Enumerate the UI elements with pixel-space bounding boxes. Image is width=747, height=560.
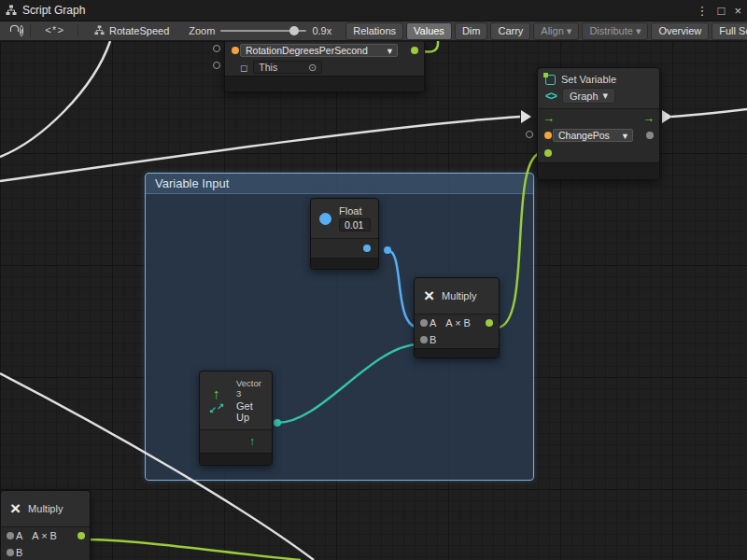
node-multiply-2[interactable]: × Multiply A A × B B [0,490,91,560]
relations-button[interactable]: Relations [345,22,403,40]
object-field[interactable]: This ⊙ [253,61,322,74]
unconnected-port[interactable] [213,62,220,69]
zoom-label: Zoom [189,25,215,36]
flow-wire-out-of-set-variable [671,109,747,117]
multiply-icon: × [424,288,434,303]
script-graph-icon [6,5,17,16]
chevron-down-icon: ▾ [623,130,627,141]
node-footer [311,258,378,269]
variable-name-value: ChangePos [558,130,610,141]
value-input-port[interactable] [544,149,552,157]
node-get-variable[interactable]: RotationDegreesPerSecond ▾ ◻ This ⊙ [224,41,425,92]
graph-name-label: RotateSpeed [109,25,169,36]
unconnected-port[interactable] [213,45,220,52]
port-label-b: B [16,547,22,558]
close-icon[interactable]: × [734,5,741,17]
node-get-up[interactable]: ↑ ↗ ↙ Vector 3 Get Up ↑ [199,371,273,466]
scope-value: Graph [570,91,599,102]
output-port-axb[interactable] [78,532,85,539]
port-label-b: B [430,334,436,345]
node-header[interactable]: ↑ ↗ ↙ Vector 3 Get Up [200,371,272,429]
node-title: Float [339,205,371,217]
node-title: Multiply [442,290,476,301]
flow-output-triangle[interactable] [662,110,672,123]
toolbar-separator [78,24,78,37]
port-label-axb: A × B [32,530,57,541]
graph-name-breadcrumb[interactable]: RotateSpeed [94,25,169,37]
set-variable-icon [545,75,556,85]
node-multiply[interactable]: × Multiply A A × B B [414,277,500,358]
node-footer [225,76,424,91]
group-title: Variable Input [155,176,229,190]
input-port-a[interactable] [420,319,428,327]
full-screen-button[interactable]: Full Screen [712,22,747,40]
chevron-down-icon: ▾ [388,45,392,56]
node-footer [200,453,272,465]
variables-icon: <> [545,90,557,103]
window-title: Script Graph [22,4,85,17]
flow-wire-into-set-variable [0,117,520,181]
overview-button[interactable]: Overview [651,22,709,40]
variable-scope-dropdown[interactable]: Graph ▾ [562,88,615,104]
carry-button[interactable]: Carry [490,22,530,40]
gameobject-cube-icon: ◻ [240,63,247,73]
flow-wire-top-left [0,41,110,157]
variable-name-dropdown[interactable]: RotationDegreesPerSecond ▾ [240,44,398,57]
input-port-b[interactable] [7,549,14,556]
multiply-icon: × [10,501,21,516]
node-footer [538,162,659,179]
node-header[interactable]: Float 0.01 [311,199,378,238]
node-header[interactable]: × Multiply [415,278,499,314]
value-output-port[interactable] [646,132,654,139]
value-wire-bottom-multiply-out [83,539,301,560]
variable-name-port[interactable] [544,132,552,139]
variable-name-port[interactable] [232,47,239,54]
unity-script-graph-window: Script Graph ⋮ □ × i <*> RotateSpeed Zoo… [0,0,747,560]
node-title: Multiply [28,503,63,514]
values-button[interactable]: Values [406,22,452,40]
node-footer [415,348,499,357]
zoom-value: 0.9x [312,25,331,36]
flow-in-arrow-icon[interactable]: → [543,112,555,124]
graph-icon [94,25,105,37]
port-label-a: A [16,530,22,541]
port-label-axb: A × B [445,317,471,329]
node-set-variable[interactable]: Set Variable <> Graph ▾ → → [537,67,660,180]
maximize-icon[interactable]: □ [718,5,726,17]
graph-canvas[interactable]: Variable Input Rotat [0,41,747,560]
dim-button[interactable]: Dim [455,22,488,40]
float-value-field[interactable]: 0.01 [339,218,371,231]
window-menu-icon[interactable]: ⋮ [697,5,709,17]
object-value: This [259,62,277,73]
info-icon[interactable]: i [20,25,23,36]
output-port-axb[interactable] [486,319,493,327]
align-button[interactable]: Align ▾ [533,22,579,40]
value-output-port[interactable] [411,47,418,54]
zoom-slider[interactable] [220,23,306,38]
vector3-up-icon: ↑ ↗ ↙ [208,388,229,413]
chevron-down-icon: ▾ [603,90,609,102]
port-label-a: A [430,317,436,329]
node-title: Get Up [236,400,263,423]
node-header[interactable]: × Multiply [1,491,90,526]
node-header[interactable]: Set Variable <> Graph ▾ [538,68,659,108]
flow-out-arrow-icon[interactable]: → [642,112,655,124]
zoom-slider-handle[interactable] [289,26,299,35]
group-header[interactable]: Variable Input [146,174,533,194]
variable-name-dropdown[interactable]: ChangePos ▾ [553,129,633,142]
flow-input-triangle[interactable] [521,110,531,123]
graph-toolbar: i <*> RotateSpeed Zoom 0.9x Relations Va… [0,21,747,41]
node-float[interactable]: Float 0.01 [310,198,379,270]
vector-output-icon[interactable]: ↑ [249,435,255,448]
unconnected-port[interactable] [526,131,533,138]
input-port-a[interactable] [7,532,14,539]
node-title: Set Variable [561,74,616,85]
connection-values-icon[interactable]: <*> [37,25,71,36]
object-picker-icon[interactable]: ⊙ [308,62,317,74]
input-port-b[interactable] [420,336,428,343]
node-type-label: Vector 3 [236,378,263,399]
titlebar: Script Graph ⋮ □ × [0,0,747,21]
distribute-button[interactable]: Distribute ▾ [582,22,648,40]
float-icon [319,213,331,225]
value-output-port[interactable] [363,245,371,252]
